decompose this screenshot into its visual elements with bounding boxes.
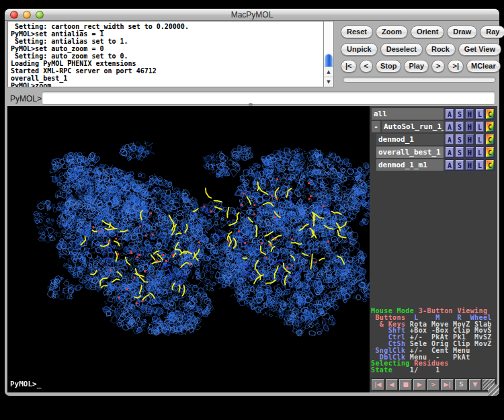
- movie-last-button[interactable]: >|: [448, 60, 464, 73]
- zoom-button[interactable]: Zoom: [376, 26, 408, 38]
- movie-clear-button[interactable]: MClear: [466, 60, 501, 73]
- reset-button[interactable]: Reset: [341, 26, 373, 38]
- object-row: denmod_1ASHLC: [372, 134, 495, 145]
- object-name-all[interactable]: all: [372, 108, 444, 120]
- scroll-up-button[interactable]: ▲: [324, 67, 333, 77]
- window-title: MacPyMOL: [5, 9, 499, 21]
- action-button-denmod_1[interactable]: A: [445, 134, 454, 145]
- viewport-prompt: PyMOL>_: [10, 380, 41, 388]
- label-button-AutoSol_run_1_[interactable]: L: [475, 121, 485, 132]
- color-button-overall_best_1[interactable]: C: [485, 146, 495, 158]
- hide-button-denmod_1[interactable]: H: [465, 134, 474, 145]
- ray-button[interactable]: Ray: [480, 26, 504, 38]
- log-output[interactable]: Setting: cartoon_rect_width set to 0.200…: [7, 21, 323, 87]
- title-bar[interactable]: MacPyMOL: [5, 9, 499, 21]
- log-line: Setting: auto_zoom set to 0.: [11, 52, 323, 60]
- object-panel: allASHLC-AutoSol_run_1_ASHLCdenmod_1ASHL…: [370, 108, 497, 172]
- get-view-button[interactable]: Get View: [458, 43, 501, 56]
- hide-button-denmod_1_m1[interactable]: H: [465, 159, 474, 171]
- hide-button-all[interactable]: H: [465, 108, 474, 120]
- internal-gui-panel: allASHLC-AutoSol_run_1_ASHLCdenmod_1ASHL…: [370, 106, 497, 392]
- label-button-all[interactable]: L: [475, 108, 485, 120]
- action-button-denmod_1_m1[interactable]: A: [445, 159, 454, 171]
- color-button-denmod_1[interactable]: C: [485, 134, 495, 145]
- command-input[interactable]: [42, 91, 495, 105]
- density-mesh-render[interactable]: [7, 106, 370, 392]
- label-button-overall_best_1[interactable]: L: [475, 146, 485, 158]
- movie-play-button-bottom[interactable]: ▶: [413, 379, 426, 390]
- ashlc-buttons: ASHLC: [445, 134, 495, 145]
- frame-down-button[interactable]: ▼: [469, 379, 482, 390]
- object-name-denmod_1_m1[interactable]: denmod_1_m1: [376, 159, 444, 171]
- ashlc-buttons: ASHLC: [445, 159, 495, 171]
- action-button-overall_best_1[interactable]: A: [445, 146, 454, 158]
- mouse-panel-text: 1/ 1: [397, 366, 440, 374]
- log-line: Setting: antialias set to 1.: [11, 38, 323, 45]
- object-name-denmod_1[interactable]: denmod_1: [376, 134, 444, 145]
- log-line: PyMOL>set antialias = 1: [11, 30, 323, 38]
- movie-step-forward-button[interactable]: >: [427, 379, 440, 390]
- toolbar-row-2: UnpickDeselectRockGet View: [341, 43, 497, 56]
- label-button-denmod_1[interactable]: L: [475, 134, 485, 145]
- log-line: Loading PyMOL PHENIX extensions: [11, 60, 323, 67]
- mouse-mode-panel: Mouse Mode 3-Button Viewing Buttons L M …: [371, 308, 492, 374]
- macpymol-window: MacPyMOL Setting: cartoon_rect_width set…: [5, 9, 499, 396]
- action-button-all[interactable]: A: [445, 108, 454, 120]
- object-name-AutoSol_run_1_[interactable]: AutoSol_run_1_: [382, 121, 444, 132]
- viewport[interactable]: allASHLC-AutoSol_run_1_ASHLCdenmod_1ASHL…: [7, 106, 497, 392]
- hide-button-overall_best_1[interactable]: H: [465, 146, 474, 158]
- label-button-denmod_1_m1[interactable]: L: [475, 159, 485, 171]
- scroll-down-button[interactable]: ▼: [324, 77, 333, 87]
- movie-skip-end-button[interactable]: ▶|: [441, 379, 454, 390]
- draw-button[interactable]: Draw: [447, 26, 477, 38]
- show-button-denmod_1[interactable]: S: [455, 134, 464, 145]
- movie-skip-start-button[interactable]: |◀: [372, 379, 384, 390]
- toolbar-row-3: |<<StopPlay>>|MClear: [341, 60, 497, 73]
- mouse-panel-text: State: [371, 366, 397, 374]
- show-button-AutoSol_run_1_[interactable]: S: [455, 121, 464, 132]
- object-name-overall_best_1[interactable]: overall_best_1: [376, 146, 444, 158]
- log-line: Setting: cartoon_rect_width set to 0.200…: [11, 23, 323, 30]
- movie-stop-button-bottom[interactable]: ■: [399, 379, 412, 390]
- action-button-AutoSol_run_1_[interactable]: A: [445, 121, 454, 132]
- object-row: overall_best_1ASHLC: [372, 146, 495, 158]
- log-scrollbar[interactable]: ▲ ▼: [323, 21, 334, 87]
- show-button-denmod_1_m1[interactable]: S: [455, 159, 464, 171]
- color-button-AutoSol_run_1_[interactable]: C: [485, 121, 495, 132]
- ashlc-buttons: ASHLC: [445, 121, 495, 132]
- rock-button[interactable]: Rock: [425, 43, 456, 56]
- toolbar-row-1: ResetZoomOrientDrawRay: [341, 26, 497, 38]
- color-button-denmod_1_m1[interactable]: C: [485, 159, 495, 171]
- show-button-all[interactable]: S: [455, 108, 464, 120]
- hide-button-AutoSol_run_1_[interactable]: H: [465, 121, 474, 132]
- object-row: allASHLC: [372, 108, 495, 120]
- movie-progress-bar[interactable]: [343, 77, 496, 83]
- command-prompt-label: PyMOL>: [10, 93, 42, 105]
- color-button-all[interactable]: C: [485, 108, 495, 120]
- movie-forward-button[interactable]: >: [431, 60, 445, 73]
- log-line: PyMOL>zoom: [11, 82, 323, 87]
- ashlc-buttons: ASHLC: [445, 146, 495, 158]
- log-line: PyMOL>set auto_zoom = 0: [11, 45, 323, 52]
- scene-button[interactable]: S: [455, 379, 468, 390]
- window-resize-grip[interactable]: [488, 384, 499, 396]
- orient-button[interactable]: Orient: [411, 26, 444, 38]
- movie-controls: |◀◀■▶>▶|S▼: [371, 378, 496, 391]
- log-line: Started XML-RPC server on port 46712: [11, 67, 323, 75]
- mouse-panel-line[interactable]: State 1/ 1: [371, 367, 492, 374]
- log-line: overall_best_1: [11, 75, 323, 82]
- ashlc-buttons: ASHLC: [445, 108, 495, 120]
- movie-play-button[interactable]: Play: [404, 60, 429, 73]
- object-row: -AutoSol_run_1_ASHLC: [372, 121, 495, 132]
- collapse-group-button[interactable]: -: [372, 121, 380, 132]
- movie-stop-button[interactable]: Stop: [376, 60, 401, 73]
- movie-back-button[interactable]: <: [360, 60, 373, 73]
- movie-step-back-button[interactable]: ◀: [386, 379, 398, 390]
- movie-first-button[interactable]: |<: [341, 60, 357, 73]
- deselect-button[interactable]: Deselect: [380, 43, 423, 56]
- object-row: denmod_1_m1ASHLC: [372, 159, 495, 171]
- show-button-overall_best_1[interactable]: S: [455, 146, 464, 158]
- unpick-button[interactable]: Unpick: [341, 43, 378, 56]
